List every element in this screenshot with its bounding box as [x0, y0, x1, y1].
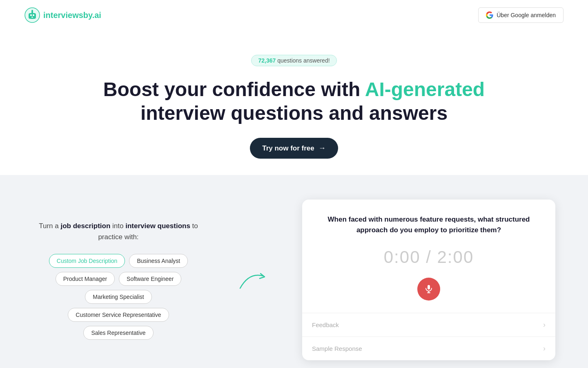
- badge-text: questions answered!: [276, 57, 330, 64]
- mic-icon: [424, 284, 434, 294]
- svg-rect-5: [31, 17, 33, 18]
- svg-point-7: [31, 10, 33, 11]
- logo-icon: [24, 7, 40, 23]
- interview-card: When faced with numerous feature request…: [302, 200, 555, 360]
- tag-custom-job-description[interactable]: Custom Job Description: [49, 254, 125, 268]
- google-signin-button[interactable]: Über Google anmelden: [478, 7, 564, 23]
- svg-rect-3: [30, 14, 32, 16]
- sample-arrow-icon: ›: [543, 344, 546, 353]
- sample-response-row[interactable]: Sample Response ›: [302, 337, 555, 360]
- feedback-arrow-icon: ›: [543, 321, 546, 329]
- ai-highlight: AI-generated: [365, 79, 485, 100]
- tag-software-engineer[interactable]: Software Engineer: [119, 272, 181, 286]
- tags-container: Custom Job DescriptionBusiness AnalystPr…: [33, 254, 204, 340]
- sample-label: Sample Response: [312, 345, 362, 352]
- logo[interactable]: interviewsby.ai: [24, 7, 101, 23]
- cta-button[interactable]: Try now for free →: [250, 138, 338, 159]
- svg-rect-8: [428, 285, 430, 289]
- card-timer: 0:00 / 2:00: [302, 243, 555, 271]
- card-question-area: When faced with numerous feature request…: [302, 200, 555, 243]
- badge-count: 72,367: [258, 57, 276, 64]
- cta-arrow: →: [318, 144, 326, 153]
- card-mic-area: [302, 271, 555, 313]
- logo-text: interviewsby.ai: [43, 11, 101, 20]
- tag-marketing-specialist[interactable]: Marketing Specialist: [85, 290, 151, 304]
- tag-product-manager[interactable]: Product Manager: [56, 272, 115, 286]
- demo-section: Turn a job description into interview qu…: [0, 175, 588, 368]
- feedback-label: Feedback: [312, 321, 339, 328]
- svg-rect-4: [33, 14, 34, 16]
- hero-heading: Boost your confidence with AI-generated …: [8, 78, 580, 125]
- tag-sales-representative[interactable]: Sales Representative: [83, 326, 153, 340]
- navbar: interviewsby.ai Über Google anmelden: [0, 0, 588, 30]
- question-text: When faced with numerous feature request…: [318, 214, 539, 235]
- google-icon: [486, 11, 493, 19]
- feedback-row[interactable]: Feedback ›: [302, 313, 555, 337]
- hero-section: 72,367 questions answered! Boost your co…: [0, 30, 588, 175]
- arrow-decoration: [237, 268, 270, 292]
- svg-rect-2: [29, 13, 36, 19]
- signin-label: Über Google anmelden: [497, 12, 556, 18]
- left-panel: Turn a job description into interview qu…: [33, 220, 204, 340]
- cta-label: Try now for free: [262, 144, 314, 153]
- tag-business-analyst[interactable]: Business Analyst: [129, 254, 188, 268]
- demo-description: Turn a job description into interview qu…: [33, 220, 204, 242]
- stats-badge: 72,367 questions answered!: [251, 55, 336, 66]
- mic-button[interactable]: [417, 278, 440, 301]
- tag-customer-service-representative[interactable]: Customer Service Representative: [68, 308, 169, 322]
